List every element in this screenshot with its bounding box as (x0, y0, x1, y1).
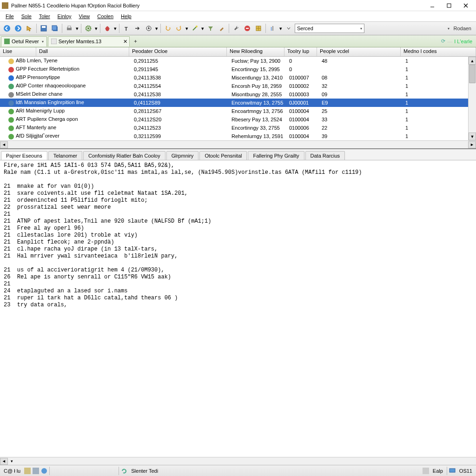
toolbar-right-label[interactable]: Rodaen (450, 26, 474, 31)
scroll-left-icon[interactable]: ◄ (0, 141, 8, 148)
text-tool-icon[interactable]: T (121, 23, 132, 33)
scroll-up-icon[interactable]: ▲ (469, 57, 476, 65)
svg-rect-1 (447, 4, 451, 7)
search-input-container[interactable]: ▾ (295, 24, 364, 33)
menu-toler[interactable]: Toler (35, 13, 54, 20)
search-input[interactable] (297, 26, 360, 31)
table-row[interactable]: AFT Manterly ane0,24112523Encortinngy 33… (0, 124, 476, 132)
detail-tab[interactable]: Otoolc Pensnital (199, 151, 247, 160)
scroll-right-icon[interactable]: ► (468, 141, 476, 148)
scroll-down-icon[interactable]: ▼ (469, 132, 476, 140)
table-row[interactable]: ARI Malnenigrly Lupp0,28112S67Encoartmng… (0, 107, 476, 115)
redo-dropdown[interactable]: ▾ (185, 26, 189, 32)
table-row[interactable]: ABP Prensonytippe0,24113538Miscentlungy … (0, 73, 476, 82)
maximize-button[interactable] (441, 0, 457, 11)
menu-bar: File Sole Toler Einloy View Coolen Help (0, 11, 476, 21)
compass-dropdown[interactable]: ▾ (155, 26, 159, 32)
table-row[interactable]: MSelrt Delner chane0,24112538Misontbungy… (0, 90, 476, 99)
scroll-menu-icon[interactable]: ▾ (8, 459, 16, 463)
grid-horizontal-scrollbar[interactable]: ◄ ► (0, 140, 476, 148)
add-tab-button[interactable]: ＋ (131, 37, 140, 46)
menu-help[interactable]: Help (117, 13, 135, 20)
menu-einloy[interactable]: Einloy (54, 13, 75, 20)
save-icon[interactable] (39, 23, 49, 33)
chevron-down-icon[interactable] (284, 23, 294, 33)
stop-icon[interactable] (242, 23, 252, 33)
tab-seryler-mamtes[interactable]: Seryler Mamtes.13 ✕ (48, 36, 130, 46)
column-header[interactable]: Lise (0, 47, 36, 56)
globe-icon[interactable] (41, 468, 47, 474)
column-header[interactable]: Medno l codes (401, 47, 476, 56)
menu-view[interactable]: View (75, 13, 94, 20)
table-row[interactable]: ldt\ Mannsian Englnrpition llne0,(4112S8… (0, 99, 476, 107)
pointer-icon[interactable] (24, 23, 34, 33)
menu-sole[interactable]: Sole (18, 13, 35, 20)
menu-coolen[interactable]: Coolen (93, 13, 117, 20)
detail-tab[interactable]: Glrpmniry (166, 151, 199, 160)
column-header[interactable]: Dall (36, 47, 129, 56)
tab-oetul-rever[interactable]: Oetul Rever (1, 36, 47, 46)
grid-icon[interactable] (253, 23, 264, 33)
main-toolbar: ▾ ▾ ▾ T ▾ ▾ ▾ I ▾ ▾ ▾ Rodaen (0, 21, 476, 35)
forward-icon[interactable] (13, 23, 23, 33)
column-header[interactable]: Peodater Ocloe (129, 47, 227, 56)
detail-tab[interactable]: Data Rarcius (305, 151, 345, 160)
table-row[interactable]: GPP Fecctuer Rlertetniption0,2911945Enco… (0, 65, 476, 73)
gear-icon[interactable] (83, 23, 93, 33)
undo-icon[interactable] (163, 23, 173, 33)
column-header[interactable]: New Riloeding (227, 47, 284, 56)
svg-rect-11 (68, 26, 71, 28)
save-all-icon[interactable] (50, 23, 60, 33)
gear-dropdown[interactable]: ▾ (94, 26, 98, 32)
table-row[interactable]: ART Pupilenx Cherga opon0,24112S20Rbeser… (0, 115, 476, 124)
back-icon[interactable] (2, 23, 12, 33)
close-button[interactable] (457, 0, 474, 11)
bug-dropdown[interactable]: ▾ (113, 26, 117, 32)
status-right-1[interactable]: Ealp (431, 468, 445, 474)
svg-point-13 (87, 27, 89, 29)
compass-icon[interactable] (144, 23, 154, 33)
status-right-2[interactable]: OS11 (457, 468, 474, 474)
detail-tab[interactable]: Telanomer (48, 151, 82, 160)
column-header[interactable]: Toolry lup (284, 47, 317, 56)
detail-tab[interactable]: Fallering Phy Grailty (248, 151, 304, 160)
status-icon[interactable] (24, 468, 31, 474)
tabstrip-right-label[interactable]: I L'earle (454, 39, 472, 44)
redo-icon[interactable] (174, 23, 184, 33)
svg-point-14 (106, 26, 109, 31)
code-view[interactable]: Fire,sare 1H1 A15 1AI1-6 013 574 DA5,5A1… (0, 160, 476, 457)
detail-tab[interactable]: Confomistiy Riatler Baln Cooloy (83, 151, 165, 160)
svg-point-33 (41, 468, 47, 474)
print-icon[interactable] (64, 23, 74, 33)
tab-close-icon[interactable]: ✕ (122, 38, 128, 45)
text-cursor-dropdown[interactable]: ▾ (279, 26, 283, 32)
text-cursor-icon[interactable]: I (268, 23, 278, 33)
monitor-icon[interactable] (449, 468, 456, 474)
vertical-scrollbar[interactable]: ▲ ▼ (468, 57, 476, 140)
filter-icon[interactable] (205, 23, 216, 33)
wand-dropdown[interactable]: ▾ (201, 26, 205, 32)
table-row[interactable]: AfD Siljigjtal ̂orever0,32112599Rehemlur… (0, 132, 476, 140)
status-icon[interactable] (33, 468, 39, 474)
table-row[interactable]: Al0P Conter nhaqoeooloopane0,24112554Enc… (0, 82, 476, 90)
status-center-button[interactable]: Slenter Tedi (129, 468, 160, 474)
brush-icon[interactable] (217, 23, 227, 33)
menu-file[interactable]: File (2, 13, 18, 20)
print-dropdown[interactable]: ▾ (75, 26, 79, 32)
column-header[interactable]: People vcdel (317, 47, 401, 56)
refresh-icon[interactable] (121, 468, 127, 474)
scroll-thumb[interactable] (469, 65, 476, 83)
bug-icon[interactable] (102, 23, 112, 33)
table-row[interactable]: ABb Lmlen, Tyene0,2911255Fuclsw; Pay 13,… (0, 57, 476, 65)
sync-icon[interactable]: ⟳ (441, 38, 445, 44)
scroll-left-icon[interactable]: ◄ (0, 458, 8, 465)
minimize-button[interactable] (424, 0, 441, 11)
grid-body[interactable]: ABb Lmlen, Tyene0,2911255Fuclsw; Pay 13,… (0, 57, 476, 140)
wand-icon[interactable] (190, 23, 200, 33)
svg-point-4 (4, 25, 10, 32)
wrench-icon[interactable] (231, 23, 241, 33)
detail-tab[interactable]: Pajner Eseouns (1, 151, 47, 160)
code-horizontal-scrollbar[interactable]: ◄ ▾ (0, 457, 476, 465)
arrow-right-icon[interactable] (132, 23, 143, 33)
status-icon[interactable] (423, 468, 429, 474)
